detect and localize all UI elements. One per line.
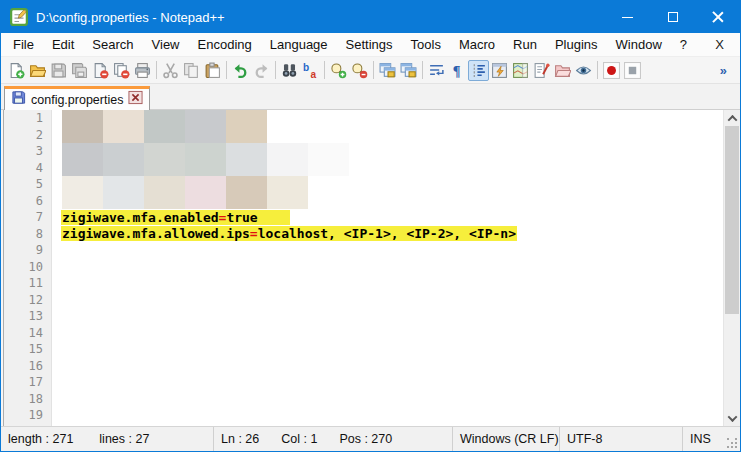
insert-mode[interactable]: INS — [683, 432, 723, 446]
vertical-scrollbar[interactable] — [723, 110, 740, 426]
zoom-in-icon[interactable] — [328, 60, 349, 81]
resize-grip[interactable] — [727, 438, 737, 448]
find-icon[interactable] — [279, 60, 300, 81]
editor-line-8[interactable]: 8zigiwave.mfa.allowed.ips=localhost, <IP… — [4, 226, 723, 243]
stop-macro-icon[interactable] — [622, 60, 643, 81]
redo-icon[interactable] — [251, 60, 272, 81]
editor-line-12[interactable]: 12 — [4, 292, 723, 309]
title-bar[interactable]: D:\config.properties - Notepad++ — [1, 1, 740, 33]
editor-line-17[interactable]: 17 — [4, 374, 723, 391]
editor-line-13[interactable]: 13 — [4, 308, 723, 325]
line-number: 2 — [4, 128, 52, 142]
eol-format[interactable]: Windows (CR LF) — [453, 432, 559, 446]
scroll-up-arrow[interactable] — [724, 110, 740, 126]
folder-workspace-icon[interactable] — [552, 60, 573, 81]
indent-guide-icon[interactable] — [468, 60, 489, 81]
doc-length: length : 271 — [8, 432, 73, 446]
redaction-block — [103, 143, 144, 176]
save-icon[interactable] — [48, 60, 69, 81]
line-number: 7 — [4, 210, 52, 224]
editor-line-11[interactable]: 11 — [4, 275, 723, 292]
zoom-out-icon[interactable] — [349, 60, 370, 81]
menu-bar: FileEditSearchViewEncodingLanguageSettin… — [1, 33, 740, 57]
redaction-block — [267, 143, 308, 176]
scroll-down-arrow[interactable] — [724, 410, 740, 426]
close-file-icon[interactable] — [90, 60, 111, 81]
menubar-close-doc-button[interactable]: X — [711, 35, 728, 54]
sync-h-scroll-icon[interactable] — [398, 60, 419, 81]
record-macro-icon[interactable] — [601, 60, 622, 81]
menu-window[interactable]: Window — [607, 34, 671, 55]
maximize-button[interactable] — [650, 1, 695, 33]
udl-dialog-icon[interactable] — [489, 60, 510, 81]
editor-line-9[interactable]: 9 — [4, 242, 723, 259]
encoding[interactable]: UTF-8 — [560, 432, 682, 446]
menu-run[interactable]: Run — [504, 34, 546, 55]
tab-close-icon[interactable] — [128, 90, 143, 109]
line-number: 16 — [4, 359, 52, 373]
paste-icon[interactable] — [202, 60, 223, 81]
window-title: D:\config.properties - Notepad++ — [36, 10, 605, 25]
sync-v-scroll-icon[interactable] — [377, 60, 398, 81]
redaction-block — [185, 176, 226, 209]
redaction-block — [62, 110, 103, 143]
monitoring-icon[interactable] — [573, 60, 594, 81]
svg-text:b: b — [303, 62, 309, 73]
menu-macro[interactable]: Macro — [450, 34, 504, 55]
close-all-icon[interactable] — [111, 60, 132, 81]
line-number: 14 — [4, 326, 52, 340]
line-number: 4 — [4, 161, 52, 175]
scrollbar-thumb[interactable] — [725, 126, 739, 314]
show-all-chars-icon[interactable]: ¶ — [447, 60, 468, 81]
menu-[interactable]: ? — [671, 34, 696, 55]
redaction-block — [103, 176, 144, 209]
new-file-icon[interactable] — [6, 60, 27, 81]
editor-line-7[interactable]: 7zigiwave.mfa.enabled=true — [4, 209, 723, 226]
close-icon — [712, 11, 724, 23]
menu-settings[interactable]: Settings — [337, 34, 402, 55]
redaction-block — [144, 110, 185, 143]
menu-encoding[interactable]: Encoding — [189, 34, 261, 55]
editor-pane[interactable]: 1234567zigiwave.mfa.enabled=true 8zigiwa… — [3, 110, 740, 426]
tab-label: config.properties — [31, 93, 123, 107]
redaction-block — [226, 143, 267, 176]
toolbar-separator — [156, 61, 157, 79]
doc-map-icon[interactable] — [510, 60, 531, 81]
print-icon[interactable] — [132, 60, 153, 81]
save-all-icon[interactable] — [69, 60, 90, 81]
editor-line-14[interactable]: 14 — [4, 325, 723, 342]
editor-line-19[interactable]: 19 — [4, 407, 723, 424]
editor-line-18[interactable]: 18 — [4, 391, 723, 408]
editor-line-10[interactable]: 10 — [4, 259, 723, 276]
menu-edit[interactable]: Edit — [43, 34, 83, 55]
replace-icon[interactable]: ba — [300, 60, 321, 81]
svg-text:a: a — [311, 68, 317, 78]
word-wrap-icon[interactable] — [426, 60, 447, 81]
open-file-icon[interactable] — [27, 60, 48, 81]
menu-language[interactable]: Language — [261, 34, 337, 55]
line-number: 18 — [4, 392, 52, 406]
undo-icon[interactable] — [230, 60, 251, 81]
cursor-pos: Pos : 270 — [339, 432, 392, 446]
toolbar-separator — [422, 61, 423, 79]
menu-search[interactable]: Search — [83, 34, 142, 55]
notepad-plus-plus-icon — [10, 8, 28, 26]
minimize-button[interactable] — [605, 1, 650, 33]
function-list-icon[interactable] — [531, 60, 552, 81]
editor-line-16[interactable]: 16 — [4, 358, 723, 375]
menu-file[interactable]: File — [4, 34, 43, 55]
cut-icon[interactable] — [160, 60, 181, 81]
menu-plugins[interactable]: Plugins — [546, 34, 607, 55]
copy-icon[interactable] — [181, 60, 202, 81]
redaction-block — [62, 143, 103, 176]
overflow-chevrons-icon[interactable]: » — [715, 60, 736, 81]
cursor-line: Ln : 26 — [221, 432, 259, 446]
tab-config-properties[interactable]: config.properties — [4, 86, 150, 110]
menu-tools[interactable]: Tools — [402, 34, 450, 55]
line-number: 13 — [4, 309, 52, 323]
editor-line-15[interactable]: 15 — [4, 341, 723, 358]
menu-view[interactable]: View — [143, 34, 189, 55]
line-content: zigiwave.mfa.allowed.ips=localhost, <IP-… — [61, 226, 517, 241]
toolbar-separator — [324, 61, 325, 79]
close-button[interactable] — [695, 1, 740, 33]
